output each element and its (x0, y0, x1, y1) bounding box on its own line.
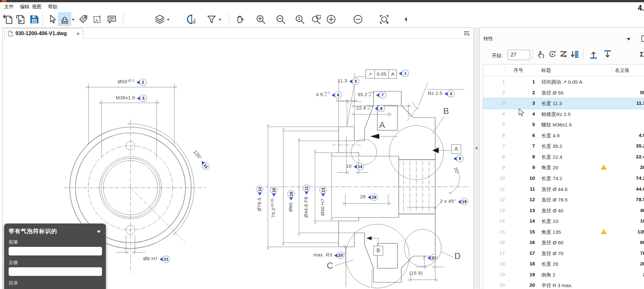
plus-circle-button[interactable] (324, 12, 338, 26)
row-number: 6 (512, 133, 535, 138)
menu-item-2[interactable]: 视图 (32, 4, 42, 10)
collapse-left-button[interactable] (399, 12, 412, 26)
characteristic-row-5[interactable]: 55螺纹 M36x1.5 (483, 119, 644, 130)
menu-item-3[interactable]: 帮助 (48, 4, 58, 10)
balloon-marker-4[interactable]: 4 (444, 90, 455, 97)
balloon-marker-2[interactable]: 2 (137, 79, 147, 86)
balloon-marker-10[interactable]: 10 (270, 186, 278, 197)
new-document-button[interactable] (1, 12, 15, 26)
balloon-marker-3[interactable]: 3 (349, 78, 359, 85)
menu-item-0[interactable]: 文件 (4, 4, 14, 10)
characteristic-row-10[interactable]: 1010长度 74.274.2 (483, 173, 644, 184)
comment-button[interactable] (105, 12, 118, 26)
row-index: 9 (483, 164, 505, 170)
characteristic-row-8[interactable]: 88长度 22.422.4 (483, 152, 644, 163)
characteristic-row-1[interactable]: 11径向跳动 ↗ 0.05 A (483, 77, 644, 87)
row-title: 长度 74.2 (541, 175, 562, 182)
balloon-marker-7[interactable]: 7 (376, 91, 386, 99)
minus-circle-button[interactable] (351, 12, 365, 26)
characteristic-row-13[interactable]: 1313直径 Ø 4040 (483, 205, 644, 216)
open-document-button[interactable] (13, 12, 27, 26)
renumber-circle-button[interactable] (547, 49, 558, 60)
characteristic-row-18[interactable]: 1818长度 2828 (483, 259, 644, 270)
panel-collapse-icon[interactable] (627, 38, 631, 41)
balloon-marker-18[interactable]: 18 (368, 194, 378, 201)
sort-list-button[interactable] (569, 49, 580, 60)
balloon-marker-16[interactable]: 16 (287, 190, 295, 201)
popup-title: 带有气泡符标识的 (9, 227, 101, 235)
characteristic-row-14[interactable]: 1414长度 1010 (483, 216, 644, 227)
characteristic-row-15[interactable]: 1515角度 135135 (483, 227, 644, 238)
select-region-button[interactable]: A1 (91, 12, 104, 26)
row-number: 9 (512, 164, 535, 170)
balloon-marker-11[interactable]: 11 (303, 185, 310, 195)
characteristic-row-3[interactable]: 33长度 11.311.3 (483, 98, 644, 109)
select-cursor-button[interactable] (45, 12, 59, 26)
characteristic-row-17[interactable]: 1717直径 Ø 7070 (483, 248, 644, 259)
balloon-marker-8[interactable]: 8 (375, 105, 385, 112)
zoom-in-button[interactable] (254, 12, 267, 26)
characteristic-row-19[interactable]: 1919倒角 22 (483, 270, 644, 280)
characteristic-row-2[interactable]: 22直径 Ø 5555 (483, 87, 644, 98)
dropdown-caret-icon[interactable] (219, 19, 221, 21)
filter-button[interactable] (205, 12, 218, 26)
zoom-out-button[interactable] (274, 12, 287, 26)
balloon-marker-19[interactable]: 19 (458, 198, 468, 205)
move-first-button[interactable] (588, 49, 599, 60)
balloon-marker-14[interactable]: 14 (354, 163, 364, 170)
pick-hand-button[interactable] (536, 49, 546, 60)
renumber-zigzag-button[interactable] (559, 49, 569, 60)
popup-collapse-icon[interactable] (97, 231, 101, 233)
splitter-collapse-icon[interactable] (475, 146, 477, 150)
sum-symbol[interactable]: Σ (640, 51, 644, 58)
row-title: 长度 4.9 (541, 133, 560, 139)
dropdown-caret-icon[interactable] (72, 19, 75, 21)
pan-hand-button[interactable] (233, 12, 247, 26)
balloon-marker-20[interactable]: 20 (334, 252, 344, 259)
balloon-marker-12[interactable]: 12 (256, 186, 263, 196)
panel-splitter[interactable] (474, 27, 480, 289)
start-number-input[interactable] (508, 50, 530, 60)
balloon-marker-21[interactable]: 21 (160, 255, 170, 263)
minus-circle-icon (352, 14, 364, 25)
characteristic-row-20[interactable]: 2020半径 R 3 max. (483, 280, 644, 289)
panel-pin-icon[interactable] (641, 35, 644, 42)
balloon-marker-13[interactable]: 13 (319, 186, 327, 196)
section-view-icon (186, 14, 197, 25)
characteristic-row-16[interactable]: 1616直径 Ø 6060 (483, 237, 644, 248)
dropdown-caret-icon[interactable] (167, 19, 169, 21)
characteristic-row-7[interactable]: 77长度 35.235.2 (483, 141, 644, 152)
row-title: 直径 Ø 78.5 (541, 197, 568, 203)
row-title: 长度 11.3 (541, 100, 562, 107)
save-button[interactable] (27, 12, 41, 26)
stamp-balloon-button[interactable] (58, 12, 71, 26)
characteristic-row-9[interactable]: 99角度 2020 (483, 162, 644, 173)
row-nominal-value: 20 (598, 164, 644, 170)
balloon-marker-6[interactable]: 6 (332, 91, 342, 99)
section-view-button[interactable] (185, 12, 198, 26)
menu-item-1[interactable]: 编辑 (20, 4, 29, 10)
characteristic-row-11[interactable]: 1111直径 Ø 44.644.6 (483, 184, 644, 195)
zoom-window-button[interactable] (310, 12, 323, 26)
tab-close-icon[interactable]: × (76, 31, 80, 36)
zoom-extents-button[interactable] (377, 12, 391, 26)
characteristic-row-12[interactable]: 1212直径 Ø 78.578.5 (483, 194, 644, 205)
layers-button[interactable] (153, 12, 166, 26)
row-title: 直径 Ø 70 (541, 250, 563, 257)
characteristic-row-6[interactable]: 66长度 4.94.9 (483, 130, 644, 141)
document-list-icon[interactable] (463, 30, 470, 38)
characteristic-row-4[interactable]: 44粗糙度Rz 2.5 (483, 109, 644, 120)
suffix-input[interactable] (9, 267, 102, 276)
zoom-updown-button[interactable] (293, 12, 306, 26)
balloon-marker-1[interactable]: 1 (399, 70, 409, 77)
move-last-button[interactable] (602, 49, 613, 60)
collapse-left-icon (400, 14, 412, 25)
document-tab[interactable]: 930-1200-406-V1.dwg × (4, 28, 83, 39)
prefix-input[interactable] (9, 247, 102, 255)
balloon-marker-22[interactable]: 22 (428, 254, 438, 262)
zoom-in-icon (255, 14, 266, 25)
balloon-marker-9[interactable]: 9 (453, 155, 464, 162)
tag-button[interactable] (77, 12, 90, 26)
balloon-marker-5[interactable]: 5 (137, 95, 147, 102)
row-index: 12 (483, 197, 505, 202)
